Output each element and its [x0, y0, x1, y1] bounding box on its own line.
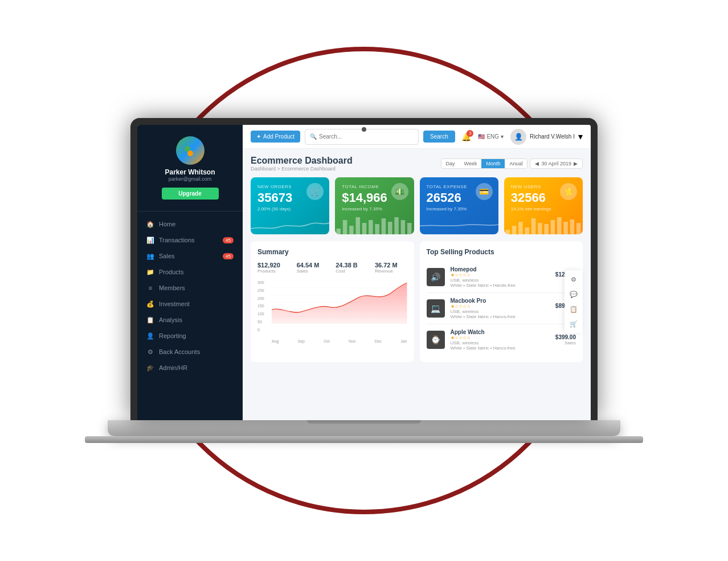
tab-day[interactable]: Day [441, 159, 460, 168]
summary-stat-label-2: Cost [336, 269, 368, 274]
sidebar-item-transactions[interactable]: 📊 Transactions 45 [137, 232, 243, 248]
nav-label-home: Home [159, 221, 175, 227]
product-item-1: 💻 Macbook Pro ★☆☆☆☆ USB, wireless White … [427, 293, 576, 324]
summary-stat-label-1: Sales [297, 269, 329, 274]
toolbar-icon-1[interactable]: 💬 [567, 287, 580, 301]
nav-badge-transactions: 45 [223, 237, 234, 243]
product-desc-2: USB, wireless [451, 340, 550, 345]
svg-rect-22 [544, 224, 549, 234]
stat-change-3: 14.1% into earnings [511, 206, 576, 212]
nav-icon-transactions: 📊 [146, 236, 154, 244]
toolbar-icon-0[interactable]: ⚙ [567, 273, 580, 286]
add-product-label: Add Product [263, 133, 295, 140]
product-name-2: Apple Watch [451, 329, 550, 335]
sidebar-item-reporting[interactable]: 👤 Reporting [137, 328, 243, 344]
stat-chart-0 [251, 214, 329, 234]
user-info[interactable]: 👤 Richard V.Welsh I ▾ [510, 129, 583, 145]
nav-icon-back-accounts: ⚙ [146, 348, 154, 356]
add-product-button[interactable]: ✦ Add Product [251, 131, 300, 143]
nav-label-admin-hr: Admin/HR [159, 364, 187, 371]
svg-rect-23 [550, 220, 555, 234]
stat-icon-3: ⭐ [560, 183, 577, 200]
bottom-grid: Summary $12,920 Products 64.54 M Sales 2… [251, 241, 583, 362]
flag-icon: 🇺🇸 [478, 133, 485, 140]
svg-rect-18 [518, 222, 523, 234]
sidebar-item-home[interactable]: 🏠 Home [137, 216, 243, 232]
sidebar-item-sales[interactable]: 👥 Sales 45 [137, 248, 243, 264]
svg-rect-5 [343, 220, 347, 234]
summary-chart [272, 280, 407, 324]
prev-date-icon[interactable]: ◀ [535, 161, 539, 166]
sidebar-item-admin-hr[interactable]: 🎓 Admin/HR [137, 360, 243, 376]
sidebar-item-back-accounts[interactable]: ⚙ Back Accounts [137, 344, 243, 360]
nav-badge-sales: 45 [223, 253, 234, 259]
laptop-screen: Parker Whitson parker@gmail.com Upgrade … [130, 118, 598, 420]
toolbar-icon-3[interactable]: 🛒 [567, 317, 580, 331]
nav-icon-sales: 👥 [146, 252, 154, 260]
tab-month[interactable]: Month [481, 159, 505, 168]
topbar: ✦ Add Product 🔍 Search 🔔 3 [243, 125, 591, 149]
nav-icon-home: 🏠 [146, 220, 154, 228]
nav-label-transactions: Transactions [159, 237, 195, 243]
product-price-label-2: Sales [555, 340, 576, 345]
tab-week[interactable]: Week [460, 159, 482, 168]
summary-stat-label-3: Revenue [375, 269, 407, 274]
svg-rect-19 [525, 227, 529, 234]
language-selector[interactable]: 🇺🇸 ENG ▾ [478, 133, 504, 140]
product-info-2: Apple Watch ★☆☆☆☆ USB, wireless White • … [451, 329, 550, 351]
chart-y-label: 0 [257, 328, 270, 332]
user-chevron-icon: ▾ [578, 131, 583, 142]
search-button[interactable]: Search [423, 131, 455, 143]
notification-bell[interactable]: 🔔 3 [461, 132, 471, 141]
svg-rect-6 [349, 226, 354, 234]
chart-area: 300250200150100500 [257, 280, 407, 343]
chart-x-label: Nov [349, 339, 355, 343]
user-avatar-image: 👤 [510, 129, 526, 145]
product-item-2: ⌚ Apple Watch ★☆☆☆☆ USB, wireless White … [427, 324, 576, 355]
nav-label-analysis: Analysis [159, 316, 182, 323]
summary-stat-label-0: Products [257, 269, 290, 274]
summary-stat-value-1: 64.54 M [297, 262, 329, 269]
search-input[interactable] [319, 133, 414, 140]
chevron-down-icon: ▾ [501, 133, 504, 140]
summary-stat-value-0: $12,920 [257, 262, 290, 269]
chart-y-label: 300 [257, 280, 270, 284]
nav-label-back-accounts: Back Accounts [159, 348, 200, 355]
page-title: Ecommerce Dashboard [251, 156, 353, 166]
notification-badge: 3 [467, 130, 473, 137]
svg-rect-14 [401, 220, 406, 234]
avatar [176, 136, 205, 165]
tab-anual[interactable]: Anual [505, 159, 527, 168]
chart-y-label: 200 [257, 296, 270, 300]
summary-stat-3: 36.72 M Revenue [375, 262, 407, 274]
upgrade-button[interactable]: Upgrade [162, 188, 219, 200]
svg-rect-26 [570, 219, 574, 234]
svg-rect-15 [407, 223, 412, 234]
product-price-2: $399.00 Sales [555, 334, 576, 345]
stat-change-2: Increased by 7.35% [427, 206, 492, 212]
stat-card-yellow: NEW USERS 32566 14.1% into earnings ⭐ [504, 177, 583, 234]
stat-chart-3 [504, 214, 583, 234]
svg-rect-12 [388, 222, 392, 234]
product-thumb-0: 🔊 [427, 268, 445, 286]
content-area: Ecommerce Dashboard Dashboard > Ecommerc… [243, 149, 591, 420]
next-date-icon[interactable]: ▶ [574, 161, 578, 166]
sidebar-nav: 🏠 Home 📊 Transactions 45 👥 Sales 45 📁 Pr… [137, 212, 243, 420]
summary-title: Summary [257, 248, 407, 256]
topbar-right: 🔔 3 🇺🇸 ENG ▾ 👤 Richard V.Welsh I ▾ [461, 129, 583, 145]
sidebar-item-investment[interactable]: 💰 Investment [137, 296, 243, 312]
sidebar-item-products[interactable]: 📁 Products [137, 264, 243, 280]
laptop-base [108, 420, 620, 436]
nav-icon-members: ≡ [146, 284, 154, 292]
product-subdesc-0: White • Slate fabric • Hands-free [451, 283, 550, 288]
language-label: ENG [486, 133, 499, 140]
profile-name: Parker Whitson [165, 168, 215, 176]
sidebar-item-members[interactable]: ≡ Members [137, 280, 243, 296]
sidebar-profile: Parker Whitson parker@gmail.com Upgrade [137, 125, 243, 212]
product-stars-0: ★☆☆☆☆ [451, 273, 550, 278]
product-item-0: 🔊 Homepod ★☆☆☆☆ USB, wireless White • Sl… [427, 262, 576, 293]
sidebar-item-analysis[interactable]: 📋 Analysis [137, 312, 243, 328]
toolbar-icon-2[interactable]: 📋 [567, 302, 580, 316]
date-text: 30 April 2019 [541, 161, 571, 166]
svg-rect-10 [375, 224, 380, 234]
